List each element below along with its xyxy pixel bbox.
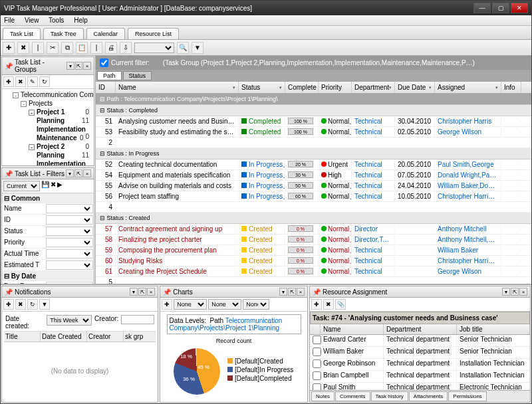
toolbar-print-icon[interactable]: 🖨 bbox=[105, 42, 117, 54]
grid-data-row[interactable]: 53Feasibility study and estimating the s… bbox=[96, 127, 531, 138]
bottom-tab[interactable]: Comments bbox=[335, 391, 370, 401]
filter-dd[interactable] bbox=[46, 238, 93, 247]
pin-icon[interactable]: 📌 bbox=[5, 170, 13, 177]
bottom-tab[interactable]: Permissions bbox=[448, 391, 487, 401]
pin-icon[interactable]: 📌 bbox=[163, 288, 171, 296]
panel-close-icon[interactable]: × bbox=[83, 62, 91, 70]
tree-node[interactable]: -Projects bbox=[3, 99, 92, 108]
groups-add-icon[interactable]: ✚ bbox=[3, 76, 14, 87]
filter-group[interactable]: ⊟ By Date bbox=[2, 271, 94, 281]
resource-row[interactable]: Brian CampbellTechnical departmentInstal… bbox=[310, 371, 530, 383]
grid-path-row[interactable]: ⊟ Path : Telecommunication Company\Proje… bbox=[96, 94, 531, 105]
panel-menu-icon[interactable]: ▾ bbox=[279, 288, 287, 296]
tree-node[interactable]: -Telecommunication Company bbox=[3, 90, 92, 99]
filter-apply-icon[interactable]: ▶ bbox=[57, 181, 63, 191]
menu-tools[interactable]: Tools bbox=[49, 17, 64, 24]
col-name[interactable]: Name▾ bbox=[116, 82, 239, 93]
panel-close-icon[interactable]: × bbox=[297, 288, 305, 296]
filter-dd[interactable] bbox=[46, 260, 93, 270]
col-priority[interactable]: Priority bbox=[319, 82, 352, 93]
bottom-tab[interactable]: Task history bbox=[371, 391, 408, 401]
panel-pin-icon[interactable]: ⇱ bbox=[288, 288, 296, 296]
grid-data-row[interactable]: 60Studying RisksCreated0 %NormalTechnica… bbox=[96, 256, 531, 266]
bottom-tab[interactable]: Attachments bbox=[409, 391, 448, 401]
toolbar-paste-icon[interactable]: 📋 bbox=[76, 42, 88, 54]
filter-dd[interactable] bbox=[46, 227, 93, 236]
filter-checkbox[interactable] bbox=[100, 58, 108, 67]
res-col-name[interactable]: Name bbox=[321, 324, 384, 334]
col-assigned[interactable]: Assigned▾ bbox=[435, 82, 501, 93]
resource-row[interactable]: George RobinsonTechnical departmentInsta… bbox=[310, 359, 530, 371]
toolbar-delete-icon[interactable]: ✖ bbox=[17, 42, 29, 54]
panel-menu-icon[interactable]: ▾ bbox=[502, 288, 510, 296]
toolbar-search-icon[interactable]: 🔍 bbox=[177, 42, 189, 54]
grid-data-row[interactable]: 55Advise on building materials and costs… bbox=[96, 181, 531, 191]
tab-resource-list[interactable]: Resource List bbox=[128, 28, 179, 39]
notif-col-creator[interactable]: Creator bbox=[87, 332, 124, 342]
panel-pin-icon[interactable]: ⇱ bbox=[511, 288, 519, 296]
grid-data-row[interactable]: 52Creating technical documentationIn Pro… bbox=[96, 159, 531, 170]
tree-node[interactable]: Planning11 bbox=[3, 116, 92, 125]
date-created-select[interactable]: This Week bbox=[47, 315, 92, 326]
tab-task-list[interactable]: Task List bbox=[3, 28, 41, 39]
pathtab-status[interactable]: Status bbox=[123, 71, 152, 80]
filter-dd[interactable] bbox=[46, 215, 93, 225]
panel-pin-icon[interactable]: ⇱ bbox=[138, 288, 146, 296]
chart-sel1[interactable]: None bbox=[174, 299, 207, 310]
tree-node[interactable]: Implementation0 bbox=[3, 125, 92, 134]
toolbar-cut-icon[interactable]: ✂ bbox=[47, 42, 59, 54]
resource-row[interactable]: Paul SmithTechnical departmentElectronic… bbox=[310, 383, 530, 390]
tree-node[interactable]: Implementation0 bbox=[3, 159, 92, 165]
grid-data-row[interactable]: 59Composing the procurement planCreated0… bbox=[96, 245, 531, 256]
notif-refresh-icon[interactable]: ↻ bbox=[27, 299, 38, 310]
grid-group-row[interactable]: ⊟ Status : Created bbox=[96, 213, 531, 224]
menu-help[interactable]: Help bbox=[74, 17, 88, 24]
res-col-job[interactable]: Job title bbox=[457, 324, 530, 334]
col-due[interactable]: Due Date▾ bbox=[395, 82, 435, 93]
panel-menu-icon[interactable]: ▾ bbox=[130, 288, 138, 296]
chart-sel2[interactable]: None bbox=[208, 299, 241, 310]
grid-group-row[interactable]: ⊟ Status : In Progress bbox=[96, 148, 531, 159]
panel-pin-icon[interactable]: ⇱ bbox=[74, 169, 82, 177]
tree-node[interactable]: Planning11 bbox=[3, 151, 92, 159]
panel-close-icon[interactable]: × bbox=[147, 288, 155, 296]
tab-calendar[interactable]: Calendar bbox=[86, 28, 126, 39]
notif-del-icon[interactable]: ✖ bbox=[15, 299, 26, 310]
creator-input[interactable] bbox=[121, 315, 154, 324]
panel-menu-icon[interactable]: ▾ bbox=[66, 62, 74, 70]
res-attach-icon[interactable]: 📎 bbox=[335, 299, 346, 310]
pin-icon[interactable]: 📌 bbox=[313, 288, 321, 296]
tree-node[interactable]: -Project 10 bbox=[3, 108, 92, 116]
grid-data-row[interactable]: 57Contract agreement and signing upCreat… bbox=[96, 224, 531, 235]
notif-col-grp[interactable]: sk grp bbox=[124, 332, 156, 342]
tab-task-tree[interactable]: Task Tree bbox=[43, 28, 84, 39]
filter-save-icon[interactable]: 💾 bbox=[41, 181, 49, 191]
chart-add-icon[interactable]: ✚ bbox=[162, 299, 172, 310]
tree-node[interactable]: -Project 20 bbox=[3, 142, 92, 151]
groups-refresh-icon[interactable]: ↻ bbox=[39, 76, 50, 87]
res-col-dept[interactable]: Department bbox=[384, 324, 457, 334]
chart-sel3[interactable]: None bbox=[243, 299, 269, 310]
notif-col-date[interactable]: Date Created bbox=[41, 332, 87, 342]
grid-body[interactable]: ⊟ Path : Telecommunication Company\Proje… bbox=[96, 94, 531, 284]
pin-icon[interactable]: 📌 bbox=[5, 62, 13, 70]
grid-data-row[interactable]: 56Project team staffingIn Progress60 %No… bbox=[96, 191, 531, 202]
grid-data-row[interactable]: 51Analysing customer needs and Business … bbox=[96, 116, 531, 127]
tree-node[interactable]: Maintenance0 bbox=[3, 134, 92, 142]
bottom-tab[interactable]: Notes bbox=[311, 391, 334, 401]
panel-menu-icon[interactable]: ▾ bbox=[66, 169, 74, 177]
res-add-icon[interactable]: ✚ bbox=[311, 299, 322, 310]
toolbar-dropdown[interactable] bbox=[134, 43, 174, 53]
filter-dd[interactable] bbox=[46, 204, 93, 213]
panel-close-icon[interactable]: × bbox=[83, 169, 91, 177]
close-button[interactable]: ✕ bbox=[511, 3, 528, 13]
toolbar-copy-icon[interactable]: ⧉ bbox=[61, 42, 73, 54]
grid-data-row[interactable]: 54Equipment and materials specificationI… bbox=[96, 170, 531, 181]
filter-del-icon[interactable]: ✖ bbox=[51, 181, 56, 191]
pin-icon[interactable]: 📌 bbox=[5, 288, 13, 296]
panel-close-icon[interactable]: × bbox=[519, 288, 527, 296]
groups-del-icon[interactable]: ✖ bbox=[15, 76, 26, 87]
col-complete[interactable]: Complete bbox=[285, 82, 319, 93]
notif-col-title[interactable]: Title bbox=[4, 332, 41, 342]
grid-data-row[interactable]: 58Finalizing the project charterCreated0… bbox=[96, 235, 531, 245]
